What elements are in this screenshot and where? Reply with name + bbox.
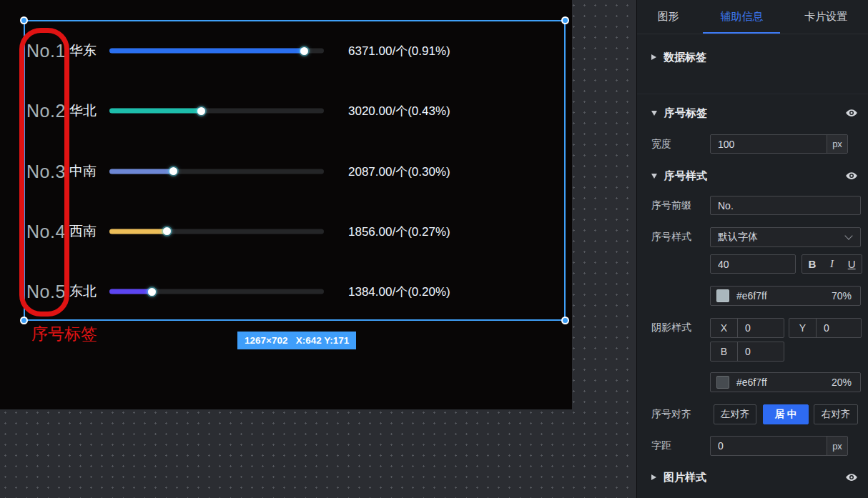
value-label: 3020.00/个(0.43%)	[348, 103, 450, 119]
width-row: 宽度 px	[637, 134, 868, 154]
region-name-label: 华北	[69, 101, 97, 120]
section-divider	[637, 94, 868, 94]
prefix-input[interactable]	[711, 196, 860, 214]
value-label: 6371.00/个(0.91%)	[348, 43, 450, 59]
shadow-x-label: X	[711, 319, 738, 337]
bar-endpoint-dot	[300, 47, 308, 55]
font-color-row: #e6f7ff 70%	[637, 286, 868, 306]
tab-auxiliary-info[interactable]: 辅助信息	[714, 0, 769, 34]
shadow-blur-label: B	[711, 342, 738, 361]
rank-label: No.4	[26, 221, 66, 241]
align-left-button[interactable]: 左对齐	[714, 404, 756, 424]
font-family-value: 默认字体	[711, 231, 846, 244]
width-field: px	[710, 134, 848, 154]
resize-handle-top-right[interactable]	[561, 16, 569, 24]
region-name-label: 西南	[69, 222, 97, 241]
font-color-picker[interactable]: #e6f7ff 70%	[710, 286, 861, 306]
bold-button[interactable]: B	[802, 255, 822, 273]
chart-row: No.4 西南 1856.00/个(0.27%)	[24, 214, 566, 249]
value-label: 1856.00/个(0.27%)	[348, 223, 450, 239]
spacing-input[interactable]	[711, 437, 827, 455]
color-hex-value: #e6f7ff	[736, 377, 832, 388]
style-label: 序号样式	[651, 231, 691, 244]
visibility-eye-icon[interactable]	[845, 169, 858, 182]
rank-label: No.5	[26, 282, 66, 302]
shadow-y-field: Y	[789, 318, 862, 338]
rank-label: No.2	[26, 101, 66, 121]
shadow-blur-input[interactable]	[738, 342, 784, 361]
font-family-row: 序号样式 默认字体	[637, 227, 868, 247]
align-label: 序号对齐	[651, 408, 691, 421]
spacing-unit: px	[827, 437, 847, 455]
section-title: 序号标签	[664, 106, 707, 120]
bar-fill	[109, 169, 174, 174]
align-row: 序号对齐 左对齐 居 中 右对齐	[637, 404, 868, 424]
collapse-arrow-icon	[651, 54, 656, 60]
bar-endpoint-dot	[197, 107, 205, 115]
tab-graphic[interactable]: 图形	[652, 0, 685, 34]
chart-row: No.5 东北 1384.00/个(0.20%)	[24, 274, 566, 309]
shadow-label: 阴影样式	[651, 322, 691, 334]
prefix-row: 序号前缀	[637, 196, 868, 215]
font-family-select[interactable]: 默认字体	[710, 227, 861, 247]
italic-button[interactable]: I	[822, 255, 842, 273]
rank-label: No.1	[26, 41, 66, 61]
bar-fill	[109, 49, 305, 54]
align-right-button[interactable]: 右对齐	[814, 404, 858, 424]
chevron-down-icon	[844, 231, 852, 239]
size-position-badge: 1267×702 X:642 Y:171	[237, 332, 356, 349]
shadow-y-label: Y	[789, 319, 817, 337]
color-swatch	[716, 289, 729, 302]
section-data-label[interactable]: 数据标签	[637, 49, 868, 66]
region-name-label: 东北	[69, 282, 97, 301]
section-serial-label[interactable]: 序号标签	[637, 104, 868, 121]
rank-label: No.3	[26, 161, 66, 181]
prefix-label: 序号前缀	[651, 199, 691, 212]
color-hex-value: #e6f7ff	[736, 290, 832, 302]
shadow-row-b: B	[637, 342, 868, 362]
chart-row: No.2 华北 3020.00/个(0.43%)	[24, 94, 566, 128]
section-image-style[interactable]: 图片样式	[637, 469, 868, 486]
visibility-eye-icon[interactable]	[845, 471, 858, 484]
text-style-group: B I U	[802, 254, 862, 274]
color-swatch	[716, 376, 729, 389]
shadow-color-row: #e6f7ff 20%	[637, 372, 868, 392]
value-label: 2087.00/个(0.30%)	[348, 163, 450, 179]
bar-track	[109, 169, 324, 174]
shadow-x-input[interactable]	[738, 319, 784, 337]
tab-card-settings[interactable]: 卡片设置	[799, 0, 853, 34]
bar-track	[109, 49, 324, 54]
value-label: 1384.00/个(0.20%)	[348, 284, 450, 300]
shadow-row-xy: 阴影样式 X Y	[637, 318, 868, 338]
width-input[interactable]	[711, 135, 827, 153]
bar-fill	[109, 109, 202, 114]
panel-tabs: 图形 辅助信息 卡片设置	[637, 0, 868, 34]
font-size-input[interactable]	[711, 255, 795, 273]
collapse-arrow-icon	[651, 474, 656, 480]
resize-handle-bottom-left[interactable]	[20, 317, 28, 324]
color-opacity-value: 70%	[832, 290, 852, 302]
region-name-label: 华东	[69, 41, 97, 60]
shadow-y-input[interactable]	[817, 319, 861, 337]
bar-fill	[109, 289, 152, 294]
section-title: 序号样式	[664, 169, 707, 183]
bar-track	[109, 109, 324, 114]
resize-handle-top-left[interactable]	[20, 16, 28, 24]
spacing-label: 字距	[651, 439, 671, 452]
region-name-label: 中南	[69, 162, 97, 181]
section-title: 图片样式	[664, 471, 706, 484]
font-size-field	[710, 254, 796, 274]
prefix-field	[710, 196, 861, 215]
color-opacity-value: 20%	[832, 377, 852, 388]
bar-endpoint-dot	[148, 288, 156, 296]
underline-button[interactable]: U	[842, 255, 862, 273]
visibility-eye-icon[interactable]	[845, 106, 858, 119]
bar-track	[109, 289, 324, 294]
resize-handle-bottom-right[interactable]	[561, 317, 569, 324]
chart-row: No.3 中南 2087.00/个(0.30%)	[24, 154, 566, 189]
align-center-button[interactable]: 居 中	[763, 404, 809, 424]
settings-panel: 图形 辅助信息 卡片设置 数据标签 序号标签 宽度 px 序号样式 序号前缀	[636, 0, 868, 498]
shadow-color-picker[interactable]: #e6f7ff 20%	[710, 372, 861, 392]
chart-row: No.1 华东 6371.00/个(0.91%)	[24, 34, 566, 68]
section-serial-style[interactable]: 序号样式	[637, 167, 868, 184]
